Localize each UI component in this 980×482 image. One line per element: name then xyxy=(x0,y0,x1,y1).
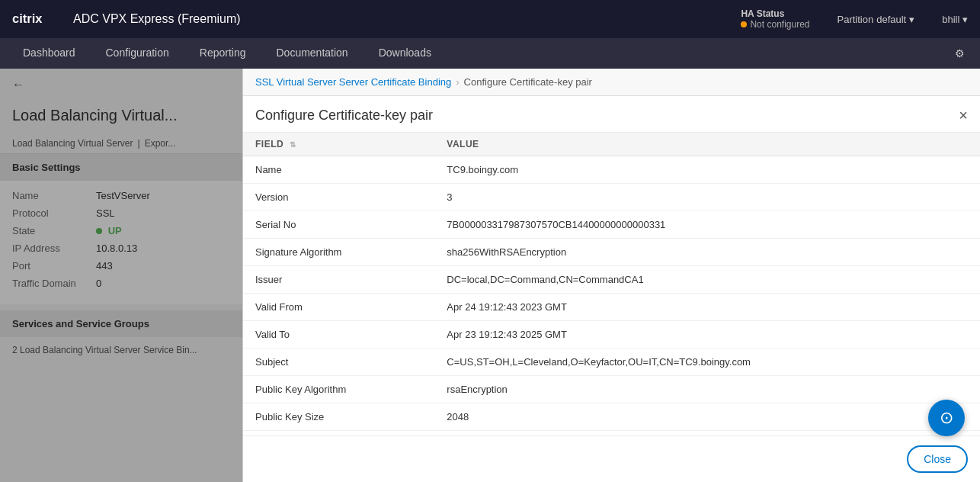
nav-downloads-label: Downloads xyxy=(379,47,431,59)
partition-value: default xyxy=(876,14,906,25)
nav-dashboard-label: Dashboard xyxy=(23,47,75,59)
cell-value: DC=local,DC=Command,CN=CommandCA1 xyxy=(434,266,980,294)
cell-value: rsaEncryption xyxy=(434,376,980,403)
table-row: NameTC9.boingy.com xyxy=(243,156,980,184)
navbar: Dashboard Configuration Reporting Docume… xyxy=(0,38,980,69)
cell-field: Public Key Size xyxy=(243,403,434,431)
cell-value: C=US,ST=OH,L=Cleveland,O=Keyfactor,OU=IT… xyxy=(434,349,980,376)
modal-breadcrumb-link[interactable]: SSL Virtual Server Server Certificate Bi… xyxy=(255,76,451,88)
table-row: Public Key Size2048 xyxy=(243,403,980,431)
user-chevron-icon: ▾ xyxy=(962,14,968,25)
nav-downloads[interactable]: Downloads xyxy=(363,38,447,69)
username: bhill xyxy=(942,14,959,25)
nav-configuration-label: Configuration xyxy=(106,47,169,59)
cert-table: FIELD ⇅ VALUE NameTC9.boingy.comVersion3… xyxy=(243,133,980,435)
nav-reporting[interactable]: Reporting xyxy=(184,38,261,69)
partition-label: Partition xyxy=(837,14,874,25)
chevron-down-icon: ▾ xyxy=(909,14,914,25)
cell-field: Valid To xyxy=(243,321,434,349)
cell-field: Subject xyxy=(243,349,434,376)
certificate-key-modal: SSL Virtual Server Server Certificate Bi… xyxy=(242,69,980,482)
modal-breadcrumb: SSL Virtual Server Server Certificate Bi… xyxy=(243,69,980,96)
nav-documentation[interactable]: Documentation xyxy=(261,38,363,69)
table-row: IssuerDC=local,DC=Command,CN=CommandCA1 xyxy=(243,266,980,294)
citrix-logo: citrix xyxy=(12,10,58,28)
cell-field: Issuer xyxy=(243,266,434,294)
table-row: Version3 xyxy=(243,184,980,211)
content-area: ← Load Balancing Virtual... Load Balanci… xyxy=(0,69,980,482)
table-row: Valid ToApr 23 19:12:43 2025 GMT xyxy=(243,321,980,349)
nav-reporting-label: Reporting xyxy=(200,47,246,59)
ha-dot-icon xyxy=(741,21,747,27)
fab-button[interactable]: ⊙ xyxy=(928,400,965,436)
modal-title: Configure Certificate-key pair xyxy=(255,108,433,124)
table-header-row: FIELD ⇅ VALUE xyxy=(243,133,980,156)
ha-status-label: HA Status xyxy=(741,8,784,19)
cell-value: Apr 24 19:12:43 2023 GMT xyxy=(434,294,980,321)
cell-field: Name xyxy=(243,156,434,184)
modal-close-button[interactable]: × xyxy=(959,107,968,124)
cert-table-body: NameTC9.boingy.comVersion3Serial No7B000… xyxy=(243,156,980,436)
modal-title-bar: Configure Certificate-key pair × xyxy=(243,96,980,133)
close-button[interactable]: Close xyxy=(907,445,968,473)
nav-configuration[interactable]: Configuration xyxy=(91,38,184,69)
settings-button[interactable]: ⚙ xyxy=(947,38,972,69)
nav-dashboard[interactable]: Dashboard xyxy=(8,38,91,69)
topbar: citrix ADC VPX Express (Freemium) HA Sta… xyxy=(0,0,980,38)
col-field-header: FIELD ⇅ xyxy=(243,133,434,156)
partition-selector[interactable]: Partition default ▾ xyxy=(837,14,915,25)
col-value-header: VALUE xyxy=(434,133,980,156)
cell-field: Version xyxy=(243,184,434,211)
gear-icon: ⚙ xyxy=(955,47,965,59)
table-row: Valid FromApr 24 19:12:43 2023 GMT xyxy=(243,294,980,321)
ha-status: HA Status Not configured xyxy=(741,8,809,30)
table-row: SubjectC=US,ST=OH,L=Cleveland,O=Keyfacto… xyxy=(243,349,980,376)
cell-value: Apr 23 19:12:43 2025 GMT xyxy=(434,321,980,349)
modal-footer: Close xyxy=(243,435,980,482)
cell-field: Serial No xyxy=(243,211,434,239)
ha-status-value: Not configured xyxy=(741,19,809,30)
cell-value: sha256WithRSAEncryption xyxy=(434,239,980,266)
table-row: Public Key AlgorithmrsaEncryption xyxy=(243,376,980,403)
cell-value: TC9.boingy.com xyxy=(434,156,980,184)
app-title: ADC VPX Express (Freemium) xyxy=(73,12,725,26)
cell-field: Signature Algorithm xyxy=(243,239,434,266)
cell-value: 2048 xyxy=(434,403,980,431)
cert-table-wrapper: FIELD ⇅ VALUE NameTC9.boingy.comVersion3… xyxy=(243,133,980,435)
modal-breadcrumb-current: Configure Certificate-key pair xyxy=(464,76,592,88)
svg-text:citrix: citrix xyxy=(12,11,43,25)
ha-status-text: Not configured xyxy=(750,19,809,30)
table-row: Signature Algorithmsha256WithRSAEncrypti… xyxy=(243,239,980,266)
sort-icon: ⇅ xyxy=(290,140,296,149)
cell-value: 3 xyxy=(434,184,980,211)
table-row: Serial No7B000003317987307570CB144000000… xyxy=(243,211,980,239)
cell-value: 7B000003317987307570CB14400000000000331 xyxy=(434,211,980,239)
compass-icon: ⊙ xyxy=(940,408,953,428)
user-menu[interactable]: bhill ▾ xyxy=(942,14,968,25)
nav-documentation-label: Documentation xyxy=(276,47,347,59)
breadcrumb-separator: › xyxy=(456,76,459,88)
cell-field: Valid From xyxy=(243,294,434,321)
cell-field: Public Key Algorithm xyxy=(243,376,434,403)
